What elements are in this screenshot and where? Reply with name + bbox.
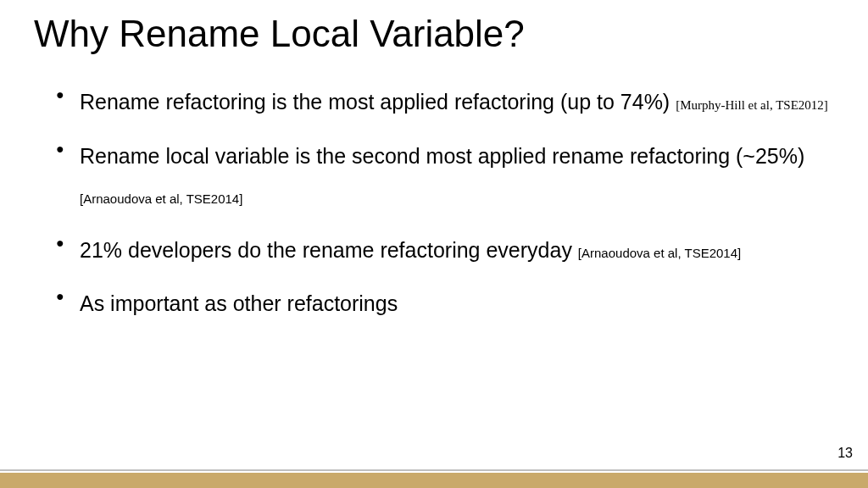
bullet-item: Rename refactoring is the most applied r… — [59, 82, 834, 123]
bullet-item: 21% developers do the rename refactoring… — [59, 230, 834, 271]
slide-container: Why Rename Local Variable? Rename refact… — [0, 0, 868, 488]
citation-text: [Arnaoudova et al, TSE2014] — [80, 191, 242, 206]
bullet-text: As important as other refactorings — [80, 291, 398, 315]
accent-bar — [0, 473, 868, 488]
divider-line — [0, 469, 868, 471]
page-number: 13 — [837, 446, 853, 461]
citation-text: [Arnaoudova et al, TSE2014] — [578, 246, 741, 260]
slide-title: Why Rename Local Variable? — [34, 13, 834, 55]
bullet-list: Rename refactoring is the most applied r… — [34, 82, 834, 324]
bullet-text: Rename local variable is the second most… — [80, 144, 804, 168]
bullet-text: Rename refactoring is the most applied r… — [80, 90, 676, 114]
bullet-item: Rename local variable is the second most… — [59, 136, 834, 217]
citation-text: [Murphy-Hill et al, TSE2012] — [676, 98, 828, 112]
bullet-item: As important as other refactorings — [59, 284, 834, 324]
bullet-text: 21% developers do the rename refactoring… — [80, 238, 578, 262]
